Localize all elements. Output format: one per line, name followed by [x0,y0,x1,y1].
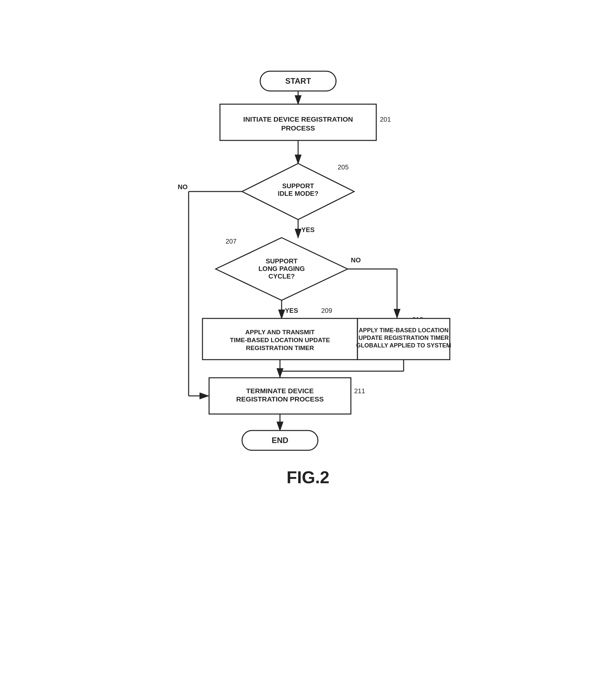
long-paging-label3: CYCLE? [268,273,295,280]
idle-mode-label1: SUPPORT [282,182,314,189]
ref-205: 205 [338,163,349,171]
initiate-label-line2: PROCESS [281,124,315,132]
idle-mode-label2: IDLE MODE? [278,190,318,197]
apply-global-line1: APPLY TIME-BASED LOCATION [359,327,449,334]
long-paging-label1: SUPPORT [266,257,298,265]
flowchart-diagram: START INITIATE DEVICE REGISTRATION PROCE… [160,61,456,622]
ref-201: 201 [380,116,391,123]
terminate-line1: TERMINATE DEVICE [246,387,314,394]
yes-idle-label: YES [302,226,314,233]
fig-label: FIG.2 [287,468,329,487]
apply-transmit-line2: TIME-BASED LOCATION UPDATE [230,337,330,343]
initiate-label-line1: INITIATE DEVICE REGISTRATION [243,115,353,123]
apply-transmit-line1: APPLY AND TRANSMIT [245,328,315,336]
end-label: END [272,436,289,445]
terminate-line2: REGISTRATION PROCESS [236,395,324,403]
apply-transmit-line3: REGISTRATION TIMER [246,344,314,351]
no-idle-label: NO [178,183,188,190]
ref-211: 211 [354,387,365,394]
no-paging-label: NO [351,256,361,264]
flowchart-svg: START INITIATE DEVICE REGISTRATION PROCE… [160,61,456,622]
apply-global-line3: GLOBALLY APPLIED TO SYSTEM [356,342,451,349]
yes-paging-label: YES [285,307,298,314]
ref-209: 209 [321,307,332,314]
apply-global-line2: UPDATE REGISTRATION TIMER [358,335,448,341]
start-label: START [285,76,311,85]
ref-207: 207 [225,238,237,245]
long-paging-label2: LONG PAGING [259,265,305,272]
